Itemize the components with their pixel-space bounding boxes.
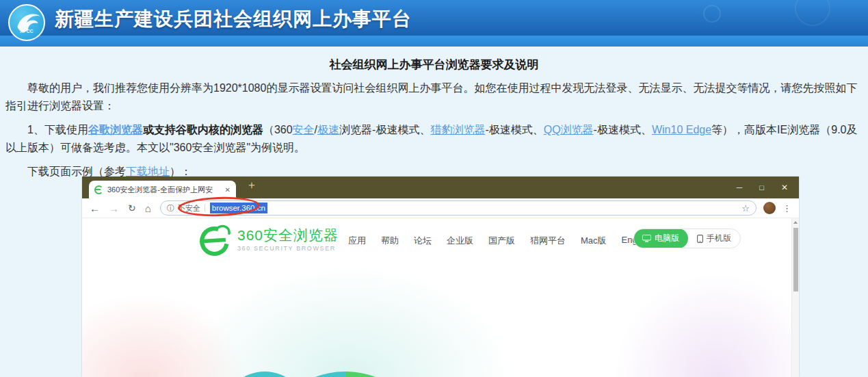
link-chrome-browser[interactable]: 谷歌浏览器 — [88, 124, 143, 135]
phone-icon — [697, 235, 703, 243]
profile-avatar — [763, 202, 776, 214]
version-toggle: 电脑版 手机版 — [633, 229, 741, 248]
tab-close-icon: ✕ — [225, 186, 231, 194]
step-1-text: 浏览器-极速模式、 — [339, 124, 430, 135]
scrollbar — [791, 218, 799, 377]
background-glow — [614, 273, 799, 377]
link-qq-browser[interactable]: QQ浏览器 — [544, 124, 594, 135]
360-browser-favicon-icon — [94, 185, 103, 194]
360-brand-text: 360安全浏览器 360 SECURITY BROWSER — [237, 227, 339, 252]
scroll-up-icon — [793, 221, 798, 224]
nav-item-mac: Mac版 — [581, 235, 607, 247]
header-accent-strip — [0, 36, 868, 47]
step-1-bold-text: 或支持谷歌内核的浏览器 — [143, 124, 263, 135]
step-1-text: -极速模式、 — [594, 124, 652, 135]
360-logo-icon — [198, 224, 231, 257]
header-bubble-decoration — [703, 5, 721, 23]
download-example-text: 下载页面示例（参考 — [27, 166, 126, 177]
download-example-text: ）： — [170, 166, 192, 177]
reload-icon: ↻ — [128, 203, 136, 213]
close-icon: ✕ — [781, 183, 788, 192]
home-icon: ⌂ — [145, 203, 151, 213]
link-win10-edge[interactable]: Win10 Edge — [652, 124, 711, 135]
site-header: XPCC 新疆生产建设兵团社会组织网上办事平台 — [0, 0, 868, 47]
step-1-text: （360 — [263, 124, 293, 135]
mobile-version-label: 手机版 — [707, 233, 731, 244]
mobile-version-button: 手机版 — [688, 229, 740, 248]
step-1-text: 1、下载使用 — [27, 124, 88, 135]
maximize-icon: □ — [759, 184, 764, 192]
minimize-icon: ─ — [737, 183, 743, 192]
link-download-address[interactable]: 下载地址 — [126, 166, 170, 177]
browser-screenshot-window: 360安全浏览器-全面保护上网安 ✕ + ─ □ ✕ ← → ↻ ⌂ ⓘ 不安全… — [82, 177, 799, 377]
nav-item-apps: 应用 — [348, 235, 366, 247]
pc-version-label: 电脑版 — [655, 233, 679, 244]
link-360-speed-browser[interactable]: 极速 — [317, 124, 339, 135]
background-glow — [185, 266, 513, 377]
page-title: 新疆生产建设兵团社会组织网上办事平台 — [55, 0, 412, 36]
kebab-menu-icon: ⋮ — [782, 203, 791, 213]
tab-title: 360安全浏览器-全面保护上网安 — [107, 185, 221, 195]
link-360-safe-browser[interactable]: 安全 — [293, 124, 315, 135]
360-site-nav: 应用 帮助 论坛 企业版 国产版 猎网平台 Mac版 English — [348, 235, 650, 247]
step-1-text: -极速模式、 — [485, 124, 543, 135]
screenshot-page-content: 360安全浏览器 360 SECURITY BROWSER 应用 帮助 论坛 企… — [82, 218, 799, 377]
info-icon: ⓘ — [167, 203, 174, 213]
360-brand-subtitle: 360 SECURITY BROWSER — [237, 245, 339, 252]
new-tab-icon: + — [248, 179, 255, 192]
monitor-icon — [642, 235, 651, 242]
360-logo-artwork-teal — [222, 372, 308, 377]
back-icon: ← — [90, 203, 100, 213]
360-brand-title: 360安全浏览器 — [237, 227, 339, 243]
window-controls: ─ □ ✕ — [737, 177, 788, 198]
nav-item-domestic: 国产版 — [488, 235, 515, 247]
screenshot-titlebar: 360安全浏览器-全面保护上网安 ✕ + ─ □ ✕ — [82, 177, 799, 198]
step-1-paragraph: 1、下载使用谷歌浏览器或支持谷歌内核的浏览器（360安全/极速浏览器-极速模式、… — [5, 121, 863, 157]
article-title: 社会组织网上办事平台浏览器要求及说明 — [5, 57, 863, 73]
nav-item-help: 帮助 — [381, 235, 399, 247]
swan-wave-icon — [10, 5, 44, 40]
nav-item-enterprise: 企业版 — [447, 235, 473, 247]
xpcc-logo-icon: XPCC — [8, 4, 45, 41]
background-glow — [82, 294, 246, 377]
link-liebao-browser[interactable]: 猎豹浏览器 — [430, 124, 485, 135]
instructions-section: 社会组织网上办事平台浏览器要求及说明 尊敬的用户，我们推荐您使用分辨率为1920… — [0, 47, 868, 181]
header-bubble-decoration — [795, 0, 830, 26]
forward-icon: → — [109, 203, 119, 213]
bookmark-star-icon: ☆ — [741, 203, 750, 213]
scrollbar-thumb — [793, 228, 798, 291]
pc-version-button: 电脑版 — [633, 229, 688, 248]
nav-item-liewang: 猎网平台 — [530, 235, 566, 247]
nav-item-forum: 论坛 — [414, 235, 432, 247]
screenshot-browser-tab: 360安全浏览器-全面保护上网安 ✕ — [89, 181, 236, 198]
intro-paragraph: 尊敬的用户，我们推荐您使用分辨率为1920*1080的显示器设置访问社会组织网上… — [5, 79, 863, 115]
logo-text: XPCC — [10, 29, 44, 34]
